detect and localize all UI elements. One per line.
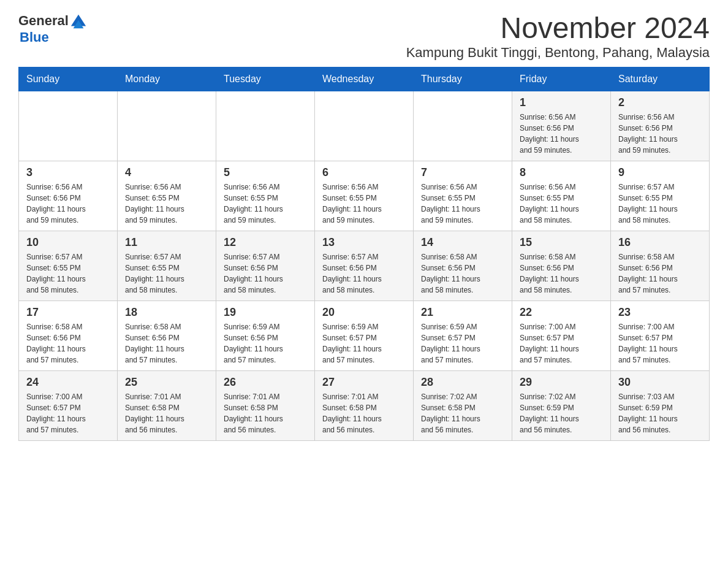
- day-info: Sunrise: 6:59 AMSunset: 6:56 PMDaylight:…: [224, 321, 307, 366]
- day-number: 23: [618, 306, 702, 319]
- day-info: Sunrise: 7:00 AMSunset: 6:57 PMDaylight:…: [520, 321, 603, 366]
- day-number: 22: [520, 306, 603, 319]
- table-row: 30Sunrise: 7:03 AMSunset: 6:59 PMDayligh…: [611, 370, 710, 440]
- day-number: 1: [520, 96, 603, 109]
- table-row: 6Sunrise: 6:56 AMSunset: 6:55 PMDaylight…: [315, 161, 414, 231]
- day-info: Sunrise: 7:00 AMSunset: 6:57 PMDaylight:…: [618, 321, 702, 366]
- day-info: Sunrise: 6:56 AMSunset: 6:56 PMDaylight:…: [26, 182, 110, 226]
- day-number: 19: [224, 306, 307, 319]
- table-row: 12Sunrise: 6:57 AMSunset: 6:56 PMDayligh…: [216, 231, 315, 301]
- day-number: 9: [618, 166, 702, 179]
- col-tuesday: Tuesday: [216, 67, 315, 91]
- table-row: [315, 91, 414, 161]
- day-number: 7: [421, 166, 504, 179]
- location-title: Kampung Bukit Tinggi, Bentong, Pahang, M…: [406, 45, 710, 61]
- day-number: 21: [421, 306, 504, 319]
- day-info: Sunrise: 6:57 AMSunset: 6:55 PMDaylight:…: [125, 251, 208, 296]
- day-number: 11: [125, 236, 208, 249]
- day-number: 2: [618, 96, 702, 109]
- day-info: Sunrise: 6:57 AMSunset: 6:55 PMDaylight:…: [26, 251, 110, 296]
- day-info: Sunrise: 6:59 AMSunset: 6:57 PMDaylight:…: [421, 321, 504, 366]
- day-number: 29: [520, 376, 603, 389]
- day-number: 25: [125, 376, 208, 389]
- day-info: Sunrise: 6:56 AMSunset: 6:56 PMDaylight:…: [618, 112, 702, 156]
- table-row: 2Sunrise: 6:56 AMSunset: 6:56 PMDaylight…: [611, 91, 710, 161]
- table-row: 25Sunrise: 7:01 AMSunset: 6:58 PMDayligh…: [118, 370, 216, 440]
- table-row: 8Sunrise: 6:56 AMSunset: 6:55 PMDaylight…: [512, 161, 611, 231]
- day-number: 13: [322, 236, 406, 249]
- day-number: 27: [322, 376, 406, 389]
- day-number: 24: [26, 376, 110, 389]
- day-info: Sunrise: 7:01 AMSunset: 6:58 PMDaylight:…: [125, 391, 208, 435]
- table-row: 18Sunrise: 6:58 AMSunset: 6:56 PMDayligh…: [118, 301, 216, 370]
- calendar-week-row: 10Sunrise: 6:57 AMSunset: 6:55 PMDayligh…: [19, 231, 710, 301]
- logo-blue-text: Blue: [20, 29, 49, 45]
- day-info: Sunrise: 6:58 AMSunset: 6:56 PMDaylight:…: [125, 321, 208, 366]
- table-row: 21Sunrise: 6:59 AMSunset: 6:57 PMDayligh…: [414, 301, 512, 370]
- table-row: 9Sunrise: 6:57 AMSunset: 6:55 PMDaylight…: [611, 161, 710, 231]
- logo: General Blue: [18, 12, 87, 45]
- day-info: Sunrise: 6:57 AMSunset: 6:55 PMDaylight:…: [618, 182, 702, 226]
- month-title: November 2024: [406, 12, 710, 45]
- table-row: 26Sunrise: 7:01 AMSunset: 6:58 PMDayligh…: [216, 370, 315, 440]
- calendar-week-row: 3Sunrise: 6:56 AMSunset: 6:56 PMDaylight…: [19, 161, 710, 231]
- table-row: 15Sunrise: 6:58 AMSunset: 6:56 PMDayligh…: [512, 231, 611, 301]
- day-info: Sunrise: 6:56 AMSunset: 6:55 PMDaylight:…: [224, 182, 307, 226]
- day-number: 12: [224, 236, 307, 249]
- table-row: 10Sunrise: 6:57 AMSunset: 6:55 PMDayligh…: [19, 231, 118, 301]
- day-info: Sunrise: 6:56 AMSunset: 6:55 PMDaylight:…: [520, 182, 603, 226]
- day-info: Sunrise: 7:01 AMSunset: 6:58 PMDaylight:…: [322, 391, 406, 435]
- day-number: 30: [618, 376, 702, 389]
- col-sunday: Sunday: [19, 67, 118, 91]
- table-row: 29Sunrise: 7:02 AMSunset: 6:59 PMDayligh…: [512, 370, 611, 440]
- day-info: Sunrise: 7:02 AMSunset: 6:58 PMDaylight:…: [421, 391, 504, 435]
- col-saturday: Saturday: [611, 67, 710, 91]
- day-number: 18: [125, 306, 208, 319]
- day-number: 16: [618, 236, 702, 249]
- day-number: 4: [125, 166, 208, 179]
- day-info: Sunrise: 7:02 AMSunset: 6:59 PMDaylight:…: [520, 391, 603, 435]
- table-row: 14Sunrise: 6:58 AMSunset: 6:56 PMDayligh…: [414, 231, 512, 301]
- table-row: 27Sunrise: 7:01 AMSunset: 6:58 PMDayligh…: [315, 370, 414, 440]
- day-info: Sunrise: 6:58 AMSunset: 6:56 PMDaylight:…: [618, 251, 702, 296]
- day-info: Sunrise: 7:00 AMSunset: 6:57 PMDaylight:…: [26, 391, 110, 435]
- day-number: 3: [26, 166, 110, 179]
- day-info: Sunrise: 6:57 AMSunset: 6:56 PMDaylight:…: [224, 251, 307, 296]
- table-row: 24Sunrise: 7:00 AMSunset: 6:57 PMDayligh…: [19, 370, 118, 440]
- day-info: Sunrise: 6:58 AMSunset: 6:56 PMDaylight:…: [520, 251, 603, 296]
- table-row: 20Sunrise: 6:59 AMSunset: 6:57 PMDayligh…: [315, 301, 414, 370]
- col-thursday: Thursday: [414, 67, 512, 91]
- table-row: 4Sunrise: 6:56 AMSunset: 6:55 PMDaylight…: [118, 161, 216, 231]
- table-row: 5Sunrise: 6:56 AMSunset: 6:55 PMDaylight…: [216, 161, 315, 231]
- day-number: 6: [322, 166, 406, 179]
- day-number: 14: [421, 236, 504, 249]
- table-row: [19, 91, 118, 161]
- day-number: 10: [26, 236, 110, 249]
- day-info: Sunrise: 7:01 AMSunset: 6:58 PMDaylight:…: [224, 391, 307, 435]
- table-row: 28Sunrise: 7:02 AMSunset: 6:58 PMDayligh…: [414, 370, 512, 440]
- logo-icon: [70, 12, 87, 29]
- day-info: Sunrise: 6:57 AMSunset: 6:56 PMDaylight:…: [322, 251, 406, 296]
- day-info: Sunrise: 6:56 AMSunset: 6:55 PMDaylight:…: [125, 182, 208, 226]
- calendar-table: Sunday Monday Tuesday Wednesday Thursday…: [18, 67, 710, 441]
- day-info: Sunrise: 7:03 AMSunset: 6:59 PMDaylight:…: [618, 391, 702, 435]
- day-info: Sunrise: 6:58 AMSunset: 6:56 PMDaylight:…: [26, 321, 110, 366]
- day-number: 8: [520, 166, 603, 179]
- table-row: 1Sunrise: 6:56 AMSunset: 6:56 PMDaylight…: [512, 91, 611, 161]
- day-number: 20: [322, 306, 406, 319]
- day-number: 5: [224, 166, 307, 179]
- day-info: Sunrise: 6:56 AMSunset: 6:55 PMDaylight:…: [421, 182, 504, 226]
- table-row: 3Sunrise: 6:56 AMSunset: 6:56 PMDaylight…: [19, 161, 118, 231]
- table-row: 23Sunrise: 7:00 AMSunset: 6:57 PMDayligh…: [611, 301, 710, 370]
- title-area: November 2024 Kampung Bukit Tinggi, Bent…: [406, 12, 710, 61]
- page-header: General Blue November 2024 Kampung Bukit…: [18, 12, 710, 61]
- logo-general-text: General: [18, 13, 69, 29]
- table-row: 7Sunrise: 6:56 AMSunset: 6:55 PMDaylight…: [414, 161, 512, 231]
- calendar-week-row: 17Sunrise: 6:58 AMSunset: 6:56 PMDayligh…: [19, 301, 710, 370]
- table-row: 16Sunrise: 6:58 AMSunset: 6:56 PMDayligh…: [611, 231, 710, 301]
- table-row: 11Sunrise: 6:57 AMSunset: 6:55 PMDayligh…: [118, 231, 216, 301]
- col-monday: Monday: [118, 67, 216, 91]
- table-row: [414, 91, 512, 161]
- day-info: Sunrise: 6:56 AMSunset: 6:55 PMDaylight:…: [322, 182, 406, 226]
- table-row: 17Sunrise: 6:58 AMSunset: 6:56 PMDayligh…: [19, 301, 118, 370]
